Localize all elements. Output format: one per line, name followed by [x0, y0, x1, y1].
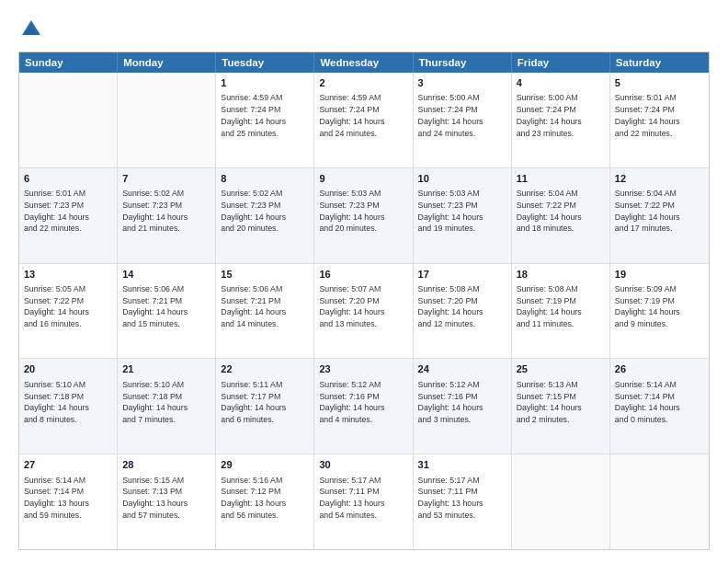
cell-info: Sunrise: 5:15 AMSunset: 7:13 PMDaylight:…: [122, 475, 210, 522]
day-cell-30: 30Sunrise: 5:17 AMSunset: 7:11 PMDayligh…: [314, 454, 413, 549]
day-cell-8: 8Sunrise: 5:02 AMSunset: 7:23 PMDaylight…: [216, 168, 314, 263]
day-number: 31: [418, 458, 506, 472]
day-cell-20: 20Sunrise: 5:10 AMSunset: 7:18 PMDayligh…: [19, 359, 118, 454]
day-number: 25: [517, 362, 605, 376]
day-cell-9: 9Sunrise: 5:03 AMSunset: 7:23 PMDaylight…: [314, 168, 413, 263]
cell-info: Sunrise: 5:03 AMSunset: 7:23 PMDaylight:…: [319, 188, 407, 235]
cell-info: Sunrise: 5:08 AMSunset: 7:20 PMDaylight:…: [418, 283, 506, 330]
logo: [18, 17, 48, 42]
cell-info: Sunrise: 5:02 AMSunset: 7:23 PMDaylight:…: [122, 188, 210, 235]
day-number: 23: [319, 362, 407, 376]
day-cell-19: 19Sunrise: 5:09 AMSunset: 7:19 PMDayligh…: [610, 264, 709, 359]
page: SundayMondayTuesdayWednesdayThursdayFrid…: [0, 0, 728, 563]
day-cell-12: 12Sunrise: 5:04 AMSunset: 7:22 PMDayligh…: [610, 168, 709, 263]
cell-info: Sunrise: 5:01 AMSunset: 7:23 PMDaylight:…: [24, 188, 112, 235]
calendar-week-4: 20Sunrise: 5:10 AMSunset: 7:18 PMDayligh…: [19, 359, 709, 454]
cell-info: Sunrise: 5:06 AMSunset: 7:21 PMDaylight:…: [122, 283, 210, 330]
day-cell-1: 1Sunrise: 4:59 AMSunset: 7:24 PMDaylight…: [216, 73, 314, 167]
day-cell-31: 31Sunrise: 5:17 AMSunset: 7:11 PMDayligh…: [414, 454, 512, 549]
cell-info: Sunrise: 4:59 AMSunset: 7:24 PMDaylight:…: [221, 92, 309, 139]
day-cell-2: 2Sunrise: 4:59 AMSunset: 7:24 PMDaylight…: [314, 73, 413, 167]
empty-cell: [610, 454, 709, 549]
calendar-week-3: 13Sunrise: 5:05 AMSunset: 7:22 PMDayligh…: [19, 264, 709, 360]
cell-info: Sunrise: 5:00 AMSunset: 7:24 PMDaylight:…: [517, 92, 605, 139]
day-cell-27: 27Sunrise: 5:14 AMSunset: 7:14 PMDayligh…: [19, 454, 118, 549]
day-number: 26: [615, 362, 704, 376]
day-header-saturday: Saturday: [610, 52, 709, 73]
day-number: 11: [517, 172, 605, 186]
empty-cell: [19, 73, 118, 167]
day-cell-4: 4Sunrise: 5:00 AMSunset: 7:24 PMDaylight…: [512, 73, 610, 167]
cell-info: Sunrise: 5:06 AMSunset: 7:21 PMDaylight:…: [221, 283, 309, 330]
cell-info: Sunrise: 5:05 AMSunset: 7:22 PMDaylight:…: [24, 283, 112, 330]
cell-info: Sunrise: 5:01 AMSunset: 7:24 PMDaylight:…: [615, 92, 704, 139]
day-cell-17: 17Sunrise: 5:08 AMSunset: 7:20 PMDayligh…: [414, 264, 512, 359]
day-number: 3: [418, 76, 506, 90]
day-number: 30: [319, 458, 407, 472]
day-cell-3: 3Sunrise: 5:00 AMSunset: 7:24 PMDaylight…: [414, 73, 512, 167]
day-number: 1: [221, 76, 309, 90]
day-cell-14: 14Sunrise: 5:06 AMSunset: 7:21 PMDayligh…: [118, 264, 216, 359]
day-number: 28: [122, 458, 210, 472]
cell-info: Sunrise: 5:14 AMSunset: 7:14 PMDaylight:…: [615, 379, 704, 426]
cell-info: Sunrise: 5:14 AMSunset: 7:14 PMDaylight:…: [24, 475, 112, 522]
cell-info: Sunrise: 5:00 AMSunset: 7:24 PMDaylight:…: [418, 92, 506, 139]
day-cell-18: 18Sunrise: 5:08 AMSunset: 7:19 PMDayligh…: [512, 264, 610, 359]
day-cell-28: 28Sunrise: 5:15 AMSunset: 7:13 PMDayligh…: [118, 454, 216, 549]
day-number: 6: [24, 172, 112, 186]
day-number: 16: [319, 268, 407, 282]
day-cell-25: 25Sunrise: 5:13 AMSunset: 7:15 PMDayligh…: [512, 359, 610, 454]
day-number: 10: [418, 172, 506, 186]
day-cell-15: 15Sunrise: 5:06 AMSunset: 7:21 PMDayligh…: [216, 264, 314, 359]
day-number: 14: [122, 268, 210, 282]
calendar-week-5: 27Sunrise: 5:14 AMSunset: 7:14 PMDayligh…: [19, 454, 709, 549]
day-number: 27: [24, 458, 112, 472]
day-number: 7: [122, 172, 210, 186]
cell-info: Sunrise: 5:10 AMSunset: 7:18 PMDaylight:…: [24, 379, 112, 426]
day-cell-21: 21Sunrise: 5:10 AMSunset: 7:18 PMDayligh…: [118, 359, 216, 454]
day-number: 19: [615, 268, 704, 282]
calendar-week-2: 6Sunrise: 5:01 AMSunset: 7:23 PMDaylight…: [19, 168, 709, 264]
cell-info: Sunrise: 5:16 AMSunset: 7:12 PMDaylight:…: [221, 475, 309, 522]
cell-info: Sunrise: 5:10 AMSunset: 7:18 PMDaylight:…: [122, 379, 210, 426]
day-cell-26: 26Sunrise: 5:14 AMSunset: 7:14 PMDayligh…: [610, 359, 709, 454]
day-number: 18: [517, 268, 605, 282]
day-number: 2: [319, 76, 407, 90]
day-cell-11: 11Sunrise: 5:04 AMSunset: 7:22 PMDayligh…: [512, 168, 610, 263]
calendar: SundayMondayTuesdayWednesdayThursdayFrid…: [18, 52, 710, 550]
calendar-week-1: 1Sunrise: 4:59 AMSunset: 7:24 PMDaylight…: [19, 73, 709, 168]
day-header-wednesday: Wednesday: [314, 52, 413, 73]
cell-info: Sunrise: 5:12 AMSunset: 7:16 PMDaylight:…: [319, 379, 407, 426]
day-cell-5: 5Sunrise: 5:01 AMSunset: 7:24 PMDaylight…: [610, 73, 709, 167]
day-cell-24: 24Sunrise: 5:12 AMSunset: 7:16 PMDayligh…: [414, 359, 512, 454]
cell-info: Sunrise: 5:04 AMSunset: 7:22 PMDaylight:…: [517, 188, 605, 235]
day-header-tuesday: Tuesday: [216, 52, 314, 73]
day-number: 9: [319, 172, 407, 186]
day-number: 21: [122, 362, 210, 376]
day-number: 20: [24, 362, 112, 376]
day-number: 8: [221, 172, 309, 186]
day-cell-29: 29Sunrise: 5:16 AMSunset: 7:12 PMDayligh…: [216, 454, 314, 549]
cell-info: Sunrise: 4:59 AMSunset: 7:24 PMDaylight:…: [319, 92, 407, 139]
day-number: 22: [221, 362, 309, 376]
logo-icon: [18, 17, 44, 42]
day-cell-23: 23Sunrise: 5:12 AMSunset: 7:16 PMDayligh…: [314, 359, 413, 454]
empty-cell: [118, 73, 216, 167]
day-cell-13: 13Sunrise: 5:05 AMSunset: 7:22 PMDayligh…: [19, 264, 118, 359]
calendar-body: 1Sunrise: 4:59 AMSunset: 7:24 PMDaylight…: [19, 73, 709, 549]
day-number: 12: [615, 172, 704, 186]
calendar-header: SundayMondayTuesdayWednesdayThursdayFrid…: [19, 52, 709, 73]
cell-info: Sunrise: 5:17 AMSunset: 7:11 PMDaylight:…: [418, 475, 506, 522]
cell-info: Sunrise: 5:07 AMSunset: 7:20 PMDaylight:…: [319, 283, 407, 330]
cell-info: Sunrise: 5:17 AMSunset: 7:11 PMDaylight:…: [319, 475, 407, 522]
day-number: 29: [221, 458, 309, 472]
empty-cell: [512, 454, 610, 549]
day-cell-22: 22Sunrise: 5:11 AMSunset: 7:17 PMDayligh…: [216, 359, 314, 454]
day-header-sunday: Sunday: [19, 52, 118, 73]
day-number: 15: [221, 268, 309, 282]
cell-info: Sunrise: 5:13 AMSunset: 7:15 PMDaylight:…: [517, 379, 605, 426]
cell-info: Sunrise: 5:12 AMSunset: 7:16 PMDaylight:…: [418, 379, 506, 426]
day-header-thursday: Thursday: [414, 52, 512, 73]
cell-info: Sunrise: 5:02 AMSunset: 7:23 PMDaylight:…: [221, 188, 309, 235]
cell-info: Sunrise: 5:11 AMSunset: 7:17 PMDaylight:…: [221, 379, 309, 426]
